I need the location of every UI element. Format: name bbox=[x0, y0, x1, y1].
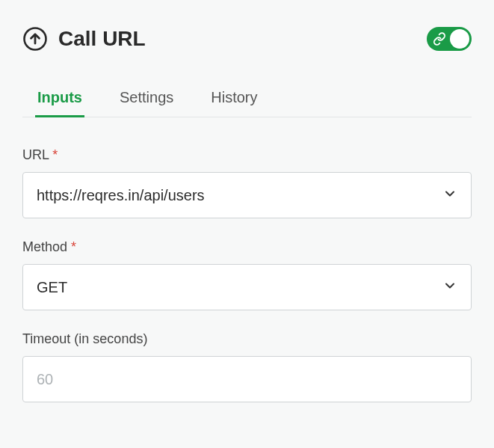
chevron-down-icon bbox=[442, 186, 457, 204]
url-label-text: URL bbox=[22, 147, 49, 162]
up-arrow-circle-icon bbox=[22, 26, 48, 52]
method-group: Method * GET bbox=[22, 239, 472, 310]
toggle-knob bbox=[450, 29, 469, 49]
tab-settings[interactable]: Settings bbox=[120, 82, 173, 117]
chevron-down-icon bbox=[442, 278, 457, 296]
url-label: URL * bbox=[22, 147, 472, 163]
page-title: Call URL bbox=[58, 27, 146, 51]
link-icon bbox=[433, 32, 446, 46]
timeout-label: Timeout (in seconds) bbox=[22, 331, 472, 347]
panel-header: Call URL bbox=[22, 26, 472, 52]
tabs: Inputs Settings History bbox=[22, 82, 472, 117]
timeout-input[interactable] bbox=[22, 356, 472, 402]
header-left: Call URL bbox=[22, 26, 146, 52]
enable-toggle[interactable] bbox=[427, 27, 472, 51]
required-mark: * bbox=[52, 147, 58, 162]
method-label: Method * bbox=[22, 239, 472, 255]
timeout-group: Timeout (in seconds) bbox=[22, 331, 472, 402]
method-value: GET bbox=[37, 279, 67, 296]
url-value: https://reqres.in/api/users bbox=[37, 187, 205, 204]
tab-history[interactable]: History bbox=[211, 82, 257, 117]
url-field[interactable]: https://reqres.in/api/users bbox=[22, 172, 472, 218]
method-field[interactable]: GET bbox=[22, 264, 472, 310]
method-label-text: Method bbox=[22, 239, 67, 254]
url-group: URL * https://reqres.in/api/users bbox=[22, 147, 472, 218]
required-mark: * bbox=[71, 239, 76, 254]
tab-inputs[interactable]: Inputs bbox=[37, 82, 82, 117]
